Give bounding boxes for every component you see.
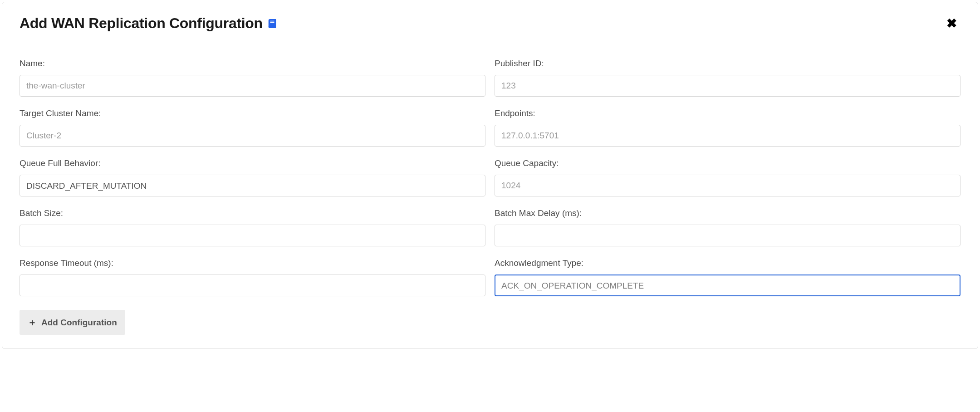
batch-size-input[interactable] <box>20 225 485 246</box>
add-configuration-button[interactable]: ＋ Add Configuration <box>20 310 125 335</box>
batch-size-label: Batch Size: <box>20 208 485 218</box>
target-cluster-label: Target Cluster Name: <box>20 108 485 118</box>
endpoints-label: Endpoints: <box>495 108 960 118</box>
form-group-name: Name: <box>20 59 485 97</box>
name-input[interactable] <box>20 75 485 97</box>
batch-max-delay-label: Batch Max Delay (ms): <box>495 208 960 218</box>
form-group-batch-max-delay: Batch Max Delay (ms): <box>495 208 960 246</box>
form-grid: Name: Publisher ID: Target Cluster Name:… <box>20 59 960 296</box>
form-group-response-timeout: Response Timeout (ms): <box>20 258 485 296</box>
response-timeout-label: Response Timeout (ms): <box>20 258 485 268</box>
queue-full-behavior-select[interactable]: DISCARD_AFTER_MUTATION <box>20 175 485 196</box>
form-group-target-cluster: Target Cluster Name: <box>20 108 485 147</box>
book-icon[interactable] <box>267 19 277 29</box>
queue-capacity-input[interactable] <box>495 175 960 196</box>
publisher-id-input[interactable] <box>495 75 960 97</box>
queue-capacity-label: Queue Capacity: <box>495 158 960 168</box>
batch-max-delay-input[interactable] <box>495 225 960 246</box>
close-icon: ✖ <box>946 16 957 30</box>
wan-replication-config-panel: Add WAN Replication Configuration ✖ Name… <box>2 2 978 349</box>
page-title: Add WAN Replication Configuration <box>20 15 263 32</box>
name-label: Name: <box>20 59 485 69</box>
title-wrap: Add WAN Replication Configuration <box>20 15 277 32</box>
form-group-queue-capacity: Queue Capacity: <box>495 158 960 196</box>
target-cluster-input[interactable] <box>20 125 485 147</box>
response-timeout-input[interactable] <box>20 275 485 296</box>
form-group-queue-full-behavior: Queue Full Behavior: DISCARD_AFTER_MUTAT… <box>20 158 485 196</box>
form-group-endpoints: Endpoints: <box>495 108 960 147</box>
form-group-ack-type: Acknowledgment Type: ACK_ON_OPERATION_CO… <box>495 258 960 296</box>
form-group-batch-size: Batch Size: <box>20 208 485 246</box>
panel-body: Name: Publisher ID: Target Cluster Name:… <box>2 42 978 348</box>
close-button[interactable]: ✖ <box>943 15 960 32</box>
ack-type-select[interactable]: ACK_ON_OPERATION_COMPLETE <box>495 275 960 296</box>
add-configuration-label: Add Configuration <box>41 318 117 328</box>
endpoints-input[interactable] <box>495 125 960 147</box>
ack-type-label: Acknowledgment Type: <box>495 258 960 268</box>
queue-full-behavior-label: Queue Full Behavior: <box>20 158 485 168</box>
form-group-publisher-id: Publisher ID: <box>495 59 960 97</box>
plus-icon: ＋ <box>28 316 37 329</box>
publisher-id-label: Publisher ID: <box>495 59 960 69</box>
action-row: ＋ Add Configuration <box>20 310 960 335</box>
panel-header: Add WAN Replication Configuration ✖ <box>2 2 978 42</box>
